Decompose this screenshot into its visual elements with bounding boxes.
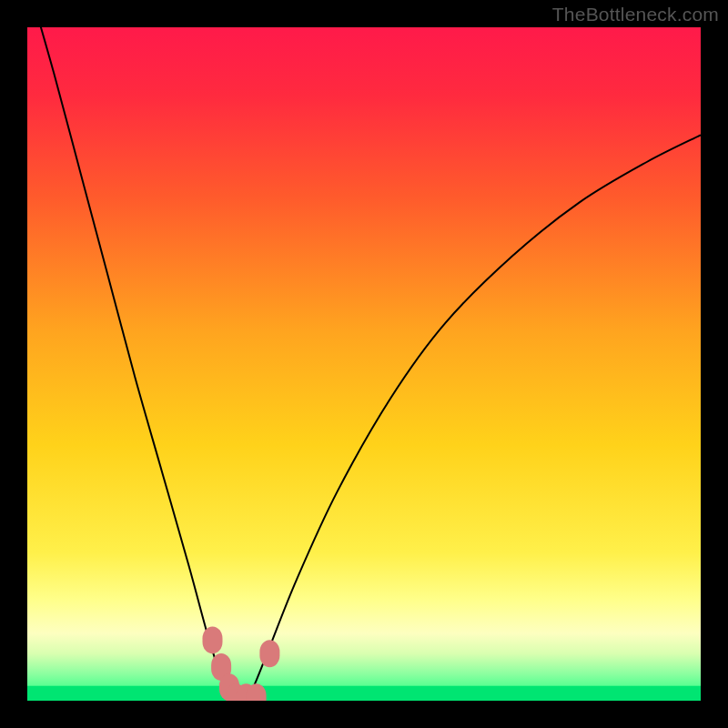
marker-dot	[259, 640, 279, 667]
gradient-background	[27, 27, 701, 701]
gradient-plot	[27, 27, 701, 701]
chart-frame: TheBottleneck.com	[0, 0, 728, 728]
watermark-text: TheBottleneck.com	[552, 4, 719, 25]
chart-canvas	[27, 27, 701, 701]
marker-dot	[203, 626, 223, 653]
green-bottom-strip	[27, 686, 701, 701]
